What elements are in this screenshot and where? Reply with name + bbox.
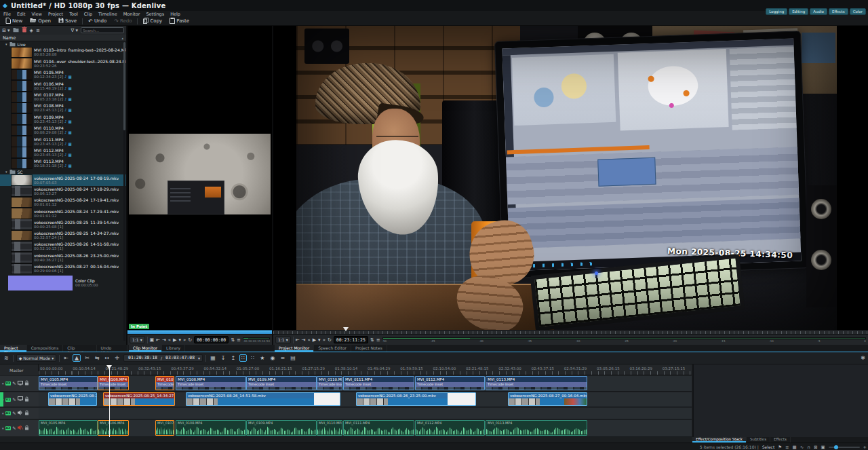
track-lane-a1[interactable] xyxy=(39,408,692,419)
zone-start-icon[interactable]: ⇤ xyxy=(156,335,160,345)
track-lock-icon[interactable] xyxy=(24,425,29,432)
tab-library[interactable]: Library xyxy=(162,345,185,352)
track-lane-v1[interactable]: vokoscreenNG-2025-08-25_11-39-14.mkvvoko… xyxy=(39,392,692,407)
timeline-audio-clip[interactable]: MVI_0107.MP4 xyxy=(155,420,174,436)
menu-file[interactable]: File xyxy=(3,12,11,17)
timeline-settings-icon[interactable]: ✱ xyxy=(861,355,865,361)
play-menu-icon[interactable]: ▾ xyxy=(318,335,321,345)
menu-view[interactable]: View xyxy=(31,12,41,17)
timeline-audio-clip[interactable]: MVI_0110.MP4 xyxy=(317,420,342,436)
zoom-fit-icon[interactable]: ⊠ xyxy=(814,445,817,450)
zone-end-icon[interactable]: ⇥ xyxy=(302,335,306,345)
timeline-screencap-clip[interactable]: vokoscreenNG-2025-08-26_23-25-00.mkv xyxy=(356,392,476,406)
track-mute-icon[interactable] xyxy=(18,425,23,432)
track-effects-icon[interactable]: ✎ xyxy=(12,426,16,431)
edit-mode-combo[interactable]: ◆Normal Mode▾ xyxy=(16,354,57,362)
workspace-audio-button[interactable]: Audio xyxy=(810,8,827,15)
copy-button[interactable]: Copy xyxy=(141,18,164,25)
menu-project[interactable]: Project xyxy=(48,12,63,17)
bin-clip-row[interactable]: MVI_0108.MP400:23:45:13 [2]♪▦ xyxy=(0,102,126,113)
track-head-a1[interactable]: ▾A1✎ xyxy=(0,408,39,419)
track-config-icon[interactable]: ≋ xyxy=(3,355,10,361)
timeline-menu-icon[interactable]: ≡ xyxy=(279,355,286,361)
menu-tool[interactable]: Tool xyxy=(69,12,78,17)
timeline-video-clip[interactable]: MVI_0107.MP4Timecode Inset xyxy=(155,376,174,390)
timeline-video-clip[interactable]: MVI_0111.MP4Timecode Inset xyxy=(343,376,414,390)
tab-undo-history[interactable]: Undo History xyxy=(97,345,127,352)
audio-thumbnails-icon[interactable]: ∿ xyxy=(800,445,804,450)
selection-tool-icon[interactable]: ▲ xyxy=(73,354,81,362)
rewind-icon[interactable]: « xyxy=(307,335,310,345)
extract-zone-icon[interactable]: ↥ xyxy=(229,355,237,361)
play-menu-icon[interactable]: ▾ xyxy=(179,335,182,345)
overwrite-zone-icon[interactable]: ∷ xyxy=(239,354,247,362)
tab-effects[interactable]: Effects xyxy=(770,437,791,443)
timeline-timecode-combo[interactable]: 01:20:38:18/03:03:47:08▾ xyxy=(123,354,203,362)
workspace-logging-button[interactable]: Logging xyxy=(766,8,787,15)
timecode-spinner-icon[interactable]: ⇅ xyxy=(370,335,374,345)
monitor-timecode[interactable]: 00:23:11:25 xyxy=(334,336,368,343)
mix-clips-icon[interactable]: ▦ xyxy=(209,355,217,361)
tab-compositions[interactable]: Compositions xyxy=(27,345,64,352)
filter-button[interactable]: ∇ ▾ xyxy=(71,28,78,33)
create-folder-button[interactable] xyxy=(13,27,19,34)
bin-clip-row[interactable]: MVI_0112.MP400:23:45:13 [2]♪▦ xyxy=(0,147,126,158)
timeline-video-clip[interactable]: MVI_0110.MP4Timecode Inset xyxy=(317,376,342,390)
bin-clip-row[interactable]: MVI_0104--over_shoulder-test--2025-08-24… xyxy=(0,58,126,69)
loop-icon[interactable]: ↻ xyxy=(328,335,332,345)
list-toggle-icon[interactable]: ≡ xyxy=(785,445,789,450)
multicam-tool-icon[interactable]: ✛ xyxy=(113,355,121,361)
monitor-menu-icon[interactable]: ≡ xyxy=(376,335,380,345)
bin-color-clip-row[interactable]: Color Clip00:00:05:00 xyxy=(0,274,126,292)
bin-folder-sc[interactable]: ▾SC xyxy=(0,169,126,174)
favorite-effects-icon[interactable]: ★ xyxy=(258,355,266,361)
play-icon[interactable]: ▶ xyxy=(313,335,316,345)
tab-clip-properties[interactable]: Clip Properties xyxy=(63,345,96,352)
tab-clip-monitor[interactable]: Clip Monitor xyxy=(129,345,162,352)
add-clip-button[interactable]: ⊞ ▾ xyxy=(2,28,10,33)
bin-clip-row[interactable]: MVI_0106.MP400:15:48:19 [2]♪▦ xyxy=(0,80,126,91)
bin-clip-row[interactable]: vokoscreenNG-2025-08-24_17-18-29.mkv00:0… xyxy=(0,186,126,197)
markers-toggle-icon[interactable]: ⚑ xyxy=(778,445,782,450)
bin-scrollbar[interactable] xyxy=(123,42,125,341)
track-lane-v2[interactable]: MVI_0105.MP4Timecode InsetMVI_0106.MP4Ti… xyxy=(39,376,692,392)
insert-timeline-zone-icon[interactable]: ∷ xyxy=(250,355,256,361)
timeline-video-clip[interactable]: MVI_0108.MP4Timecode Inset xyxy=(176,376,246,390)
timeline-video-clip[interactable]: MVI_0113.MP4Timecode Inset xyxy=(486,376,587,390)
bin-name-header[interactable]: Name ▴ xyxy=(0,35,126,41)
bin-clip-row[interactable]: MVI_0113.MP400:18:31:18 [2]♪▦ xyxy=(0,158,126,169)
track-monitor-icon[interactable] xyxy=(18,381,23,387)
monitor-zoom-combo[interactable]: 1:1▾ xyxy=(275,336,291,343)
timeline-video-clip[interactable]: MVI_0109.MP4Timecode Inset xyxy=(246,376,317,390)
track-effects-icon[interactable]: ✎ xyxy=(12,397,16,402)
save-zone-icon[interactable]: ▤ xyxy=(289,355,297,361)
bin-clip-row[interactable]: MVI_0111.MP400:23:45:13 [2]♪▦ xyxy=(0,136,126,147)
timeline-audio-clip[interactable]: MVI_0108.MP4 xyxy=(176,420,246,436)
track-effects-icon[interactable]: ✎ xyxy=(12,411,16,416)
timeline-audio-clip[interactable]: MVI_0111.MP4 xyxy=(343,420,414,436)
open-button[interactable]: Open xyxy=(28,18,53,24)
record-icon[interactable]: ◉ xyxy=(269,355,276,361)
timeline-screencap-clip[interactable]: vokoscreenNG-2025-08-26_14-51-58.mkv xyxy=(186,392,340,406)
bin-clip-row[interactable]: vokoscreenNG-2025-08-25_14-34-27.mkv00:3… xyxy=(0,230,126,241)
workspace-editing-button[interactable]: Editing xyxy=(789,8,808,15)
zone-icon[interactable]: ▣ xyxy=(149,335,154,345)
bin-clip-row[interactable]: MVI_0110.MP400:08:29:08 [2]♪▦ xyxy=(0,125,126,136)
tab-project-monitor[interactable]: Project Monitor xyxy=(275,345,314,352)
bin-clip-row[interactable]: vokoscreenNG-2025-08-26_23-25-00.mkv00:4… xyxy=(0,252,126,263)
video-thumbnails-icon[interactable]: ▦ xyxy=(793,445,797,450)
tab-project-notes[interactable]: Project Notes xyxy=(351,345,387,352)
bin-clip-row[interactable]: vokoscreenNG-2025-08-25_11-39-14.mkv00:0… xyxy=(0,219,126,229)
zone-end-icon[interactable]: ⇥ xyxy=(162,335,166,345)
track-lane-a2[interactable]: MVI_0105.MP4MVI_0106.MP4MVI_0107.MP4MVI_… xyxy=(39,420,692,437)
timeline-audio-clip[interactable]: MVI_0106.MP4 xyxy=(98,420,129,436)
timeline-audio-clip[interactable]: MVI_0112.MP4 xyxy=(415,420,485,436)
tag-button[interactable]: ◈ xyxy=(30,28,33,33)
menu-timeline[interactable]: Timeline xyxy=(98,12,117,17)
bin-clip-row[interactable]: MVI_0109.MP400:23:45:13 [2]♪▦ xyxy=(0,113,126,124)
bin-clip-row[interactable]: MVI_0105.MP400:12:34:23 [2]♪▦ xyxy=(0,69,126,80)
undo-button[interactable]: ↶Undo xyxy=(86,18,108,24)
track-lock-icon[interactable] xyxy=(24,396,29,403)
delete-button[interactable] xyxy=(22,26,27,34)
monitor-zoom-combo[interactable]: 1:1▾ xyxy=(130,336,145,343)
